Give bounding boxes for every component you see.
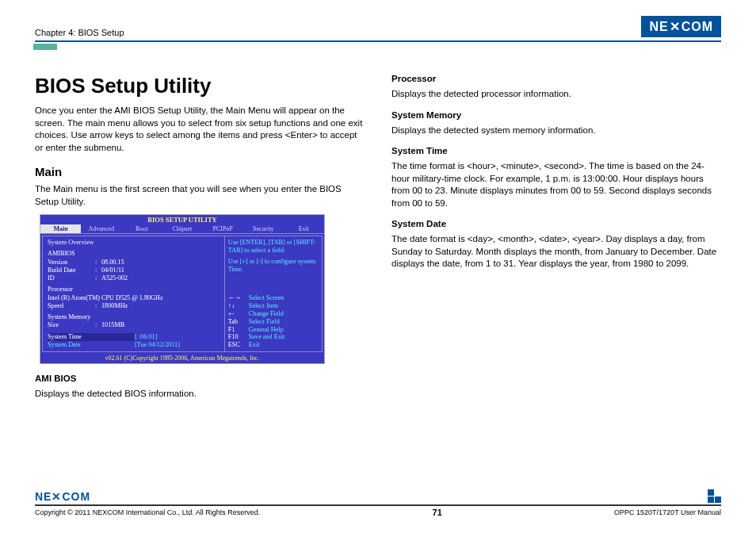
main-paragraph: The Main menu is the first screen that y…: [35, 183, 363, 208]
bios-menu-advanced: Advanced: [81, 224, 121, 233]
bios-memory-heading: System Memory: [48, 313, 220, 321]
bios-field-time: System Time[ :06:01]: [48, 333, 220, 341]
memory-paragraph: Displays the detected system memory info…: [391, 125, 720, 137]
intro-paragraph: Once you enter the AMI BIOS Setup Utilit…: [35, 105, 363, 154]
bios-menu-bar: Main Advanced Boot Chipset PCIPnP Securi…: [40, 224, 324, 233]
header-rule: [35, 40, 721, 42]
bios-row-speed: Speed:1800MHz: [48, 302, 220, 310]
chapter-label: Chapter 4: BIOS Setup: [35, 28, 124, 37]
bios-row-id: ID:A525-002: [48, 274, 220, 282]
copyright-text: Copyright © 2011 NEXCOM International Co…: [35, 508, 260, 516]
bios-row-version: Version:08.00.15: [48, 259, 220, 266]
time-heading: System Time: [391, 146, 720, 155]
bios-field-date: System Date[Tue 04/12/2011]: [48, 341, 220, 349]
bios-menu-exit: Exit: [284, 224, 324, 233]
bios-key-row: TabSelect Field: [228, 318, 319, 326]
bios-key-row: ←→Select Screen: [228, 294, 319, 302]
bios-key-legend: ←→Select Screen ↑↓Select Item +-Change F…: [228, 294, 319, 349]
bios-menu-pcipnp: PCIPnP: [203, 224, 243, 233]
bios-row-build: Build Date:04/01/11: [48, 266, 220, 274]
bios-title: BIOS SETUP UTILITY: [40, 215, 324, 224]
bios-key-row: F10Save and Exit: [228, 333, 319, 341]
bios-processor-name: Intel (R) Atom(TM) CPU D525 @ 1.80GHz: [48, 294, 220, 302]
document-title: OPPC 1520T/1720T User Manual: [614, 508, 721, 516]
page-title: BIOS Setup Utility: [35, 74, 363, 98]
bios-help-1: Use [ENTER], [TAB] or [SHIFT-TAB] to sel…: [228, 239, 319, 255]
bios-help-2: Use [+] or [-] to configure system Time.: [228, 258, 319, 274]
footer-line: Copyright © 2011 NEXCOM International Co…: [35, 508, 721, 517]
bios-overview-label: System Overview: [48, 239, 220, 247]
brand-logo: NE✕COM: [641, 16, 721, 37]
logo-x-icon: ✕: [52, 490, 62, 503]
date-paragraph: The date format is <day>, <month>, <date…: [391, 233, 720, 270]
main-heading: Main: [35, 165, 363, 178]
ami-bios-paragraph: Displays the detected BIOS information.: [35, 388, 363, 401]
content-columns: BIOS Setup Utility Once you enter the AM…: [35, 74, 721, 405]
footer-squares-icon: [708, 489, 721, 503]
memory-heading: System Memory: [391, 110, 720, 120]
bios-key-row: ↑↓Select Item: [228, 302, 319, 310]
right-column: Processor Displays the detected processo…: [391, 74, 720, 405]
page-header: Chapter 4: BIOS Setup NE✕COM: [35, 16, 721, 37]
time-paragraph: The time format is <hour>, <minute>, <se…: [391, 160, 720, 209]
bios-footer: v02.61 (C)Copyright 1985-2006, American …: [40, 354, 324, 363]
bios-menu-security: Security: [243, 224, 284, 233]
bios-processor-heading: Processor: [48, 286, 220, 293]
page-number: 71: [433, 508, 442, 517]
bios-row-size: Size:1015MB: [48, 321, 220, 329]
bios-amibios-heading: AMIBIOS: [48, 250, 220, 258]
bios-key-row: +-Change Field: [228, 310, 319, 318]
footer-rule: [35, 504, 721, 506]
logo-x-icon: ✕: [670, 19, 681, 34]
bios-body: System Overview AMIBIOS Version:08.00.15…: [40, 233, 324, 354]
ami-bios-heading: AMI BIOS: [35, 374, 363, 383]
bios-menu-boot: Boot: [121, 224, 162, 233]
processor-paragraph: Displays the detected processor informat…: [391, 88, 720, 101]
bios-menu-chipset: Chipset: [162, 224, 202, 233]
processor-heading: Processor: [391, 74, 720, 83]
bios-screenshot: BIOS SETUP UTILITY Main Advanced Boot Ch…: [40, 214, 325, 364]
date-heading: System Date: [391, 219, 720, 228]
footer-brand-logo: NE✕COM: [35, 490, 90, 503]
bios-key-row: F1General Help: [228, 326, 319, 334]
bios-right-pane: Use [ENTER], [TAB] or [SHIFT-TAB] to sel…: [224, 236, 323, 352]
bios-left-pane: System Overview AMIBIOS Version:08.00.15…: [42, 236, 224, 352]
page-footer: NE✕COM Copyright © 2011 NEXCOM Internati…: [35, 489, 721, 517]
header-accent-stub: [33, 44, 57, 50]
bios-key-row: ESCExit: [228, 341, 319, 349]
left-column: BIOS Setup Utility Once you enter the AM…: [35, 74, 363, 405]
bios-menu-main: Main: [40, 224, 81, 233]
